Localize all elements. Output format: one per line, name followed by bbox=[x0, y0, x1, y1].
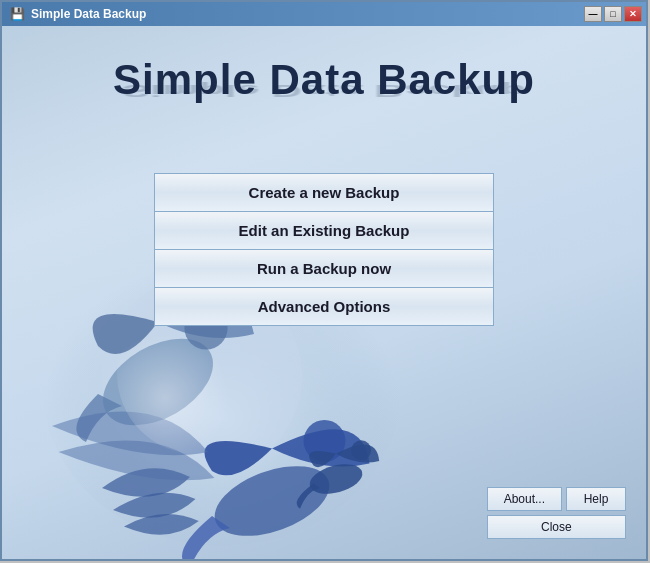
title-bar-text: 💾 Simple Data Backup bbox=[10, 7, 146, 21]
create-backup-button[interactable]: Create a new Backup bbox=[154, 173, 494, 211]
maximize-button[interactable]: □ bbox=[604, 6, 622, 22]
svg-point-5 bbox=[304, 420, 346, 462]
run-backup-button[interactable]: Run a Backup now bbox=[154, 249, 494, 287]
svg-point-6 bbox=[306, 459, 365, 499]
advanced-options-button[interactable]: Advanced Options bbox=[154, 287, 494, 326]
window-close-button[interactable]: ✕ bbox=[624, 6, 642, 22]
title-bar-controls: — □ ✕ bbox=[584, 6, 642, 22]
main-buttons-area: Create a new Backup Edit an Existing Bac… bbox=[2, 173, 646, 326]
close-row: Close bbox=[487, 515, 626, 539]
svg-point-4 bbox=[205, 452, 338, 549]
svg-point-7 bbox=[351, 440, 371, 460]
about-help-row: About... Help bbox=[487, 487, 626, 511]
app-title-area: Simple Data Backup Simple Data Backup bbox=[2, 26, 646, 168]
content-area: Simple Data Backup Simple Data Backup Cr… bbox=[2, 26, 646, 559]
svg-point-2 bbox=[88, 321, 228, 443]
window-icon: 💾 bbox=[10, 7, 25, 21]
main-window: 💾 Simple Data Backup — □ ✕ bbox=[0, 0, 648, 561]
app-title-reflection: Simple Data Backup bbox=[113, 81, 535, 100]
help-button[interactable]: Help bbox=[566, 487, 626, 511]
about-button[interactable]: About... bbox=[487, 487, 562, 511]
title-bar: 💾 Simple Data Backup — □ ✕ bbox=[2, 2, 646, 26]
edit-backup-button[interactable]: Edit an Existing Backup bbox=[154, 211, 494, 249]
bottom-buttons-area: About... Help Close bbox=[487, 487, 626, 539]
minimize-button[interactable]: — bbox=[584, 6, 602, 22]
close-button[interactable]: Close bbox=[487, 515, 626, 539]
